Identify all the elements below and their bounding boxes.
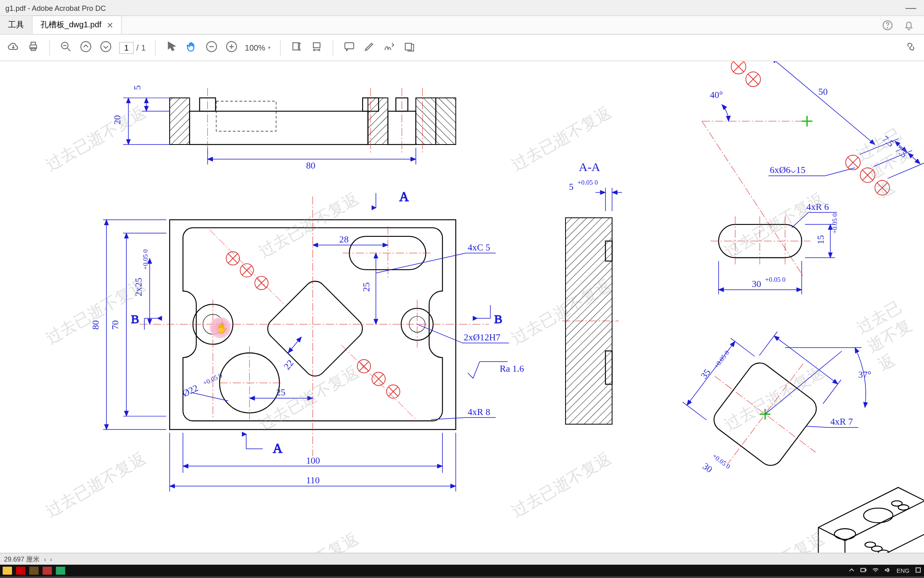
- zoom-out-icon[interactable]: [59, 40, 73, 55]
- svg-text:Ra 1.6: Ra 1.6: [500, 363, 524, 374]
- svg-text:30: 30: [752, 279, 761, 289]
- svg-rect-42: [263, 277, 367, 381]
- svg-text:80: 80: [90, 320, 101, 330]
- svg-text:6xØ6⌵15: 6xØ6⌵15: [770, 165, 805, 175]
- svg-line-103: [376, 253, 466, 273]
- tray-lang[interactable]: ENG: [896, 567, 909, 574]
- hand-tool-icon[interactable]: [185, 40, 198, 55]
- file-tabs: 工具 孔槽板_dwg1.pdf ✕: [0, 16, 924, 35]
- svg-line-179: [683, 402, 707, 420]
- tab-home[interactable]: 工具: [0, 16, 32, 34]
- app-title: g1.pdf - Adobe Acrobat Pro DC: [5, 4, 106, 12]
- svg-point-7: [101, 42, 111, 52]
- tab-file[interactable]: 孔槽板_dwg1.pdf ✕: [32, 15, 122, 34]
- help-icon[interactable]: [881, 19, 894, 34]
- svg-line-129: [668, 121, 837, 275]
- svg-text:+0.05 0: +0.05 0: [831, 214, 839, 234]
- svg-text:70: 70: [110, 320, 120, 330]
- svg-line-58: [341, 345, 416, 419]
- svg-text:15: 15: [815, 235, 826, 244]
- svg-line-155: [792, 212, 808, 228]
- svg-text:80: 80: [306, 160, 315, 171]
- tray-volume-icon[interactable]: [885, 567, 892, 575]
- svg-line-178: [731, 338, 755, 356]
- svg-text:5: 5: [569, 181, 573, 192]
- toolbar: / 1 100% ▾: [0, 35, 924, 61]
- nav-up-icon[interactable]: [79, 40, 92, 55]
- svg-point-190: [863, 508, 893, 523]
- svg-rect-198: [916, 568, 920, 572]
- link-icon[interactable]: [904, 40, 918, 55]
- svg-rect-17: [368, 98, 388, 144]
- taskbar-recorder-icon[interactable]: [43, 567, 52, 575]
- highlight-icon[interactable]: [363, 40, 376, 55]
- tray-notifications-icon[interactable]: [915, 567, 922, 575]
- svg-text:22: 22: [282, 358, 296, 371]
- svg-line-175: [774, 336, 838, 384]
- page-current-input[interactable]: [119, 42, 134, 54]
- svg-text:+0.05 0: +0.05 0: [578, 179, 598, 186]
- zoom-level[interactable]: 100% ▾: [245, 43, 271, 52]
- hand-cursor-icon: ✋: [216, 322, 229, 334]
- svg-rect-13: [405, 43, 411, 50]
- page-width-icon[interactable]: [310, 40, 323, 55]
- zoom-minus-icon[interactable]: [205, 40, 218, 55]
- svg-text:+0.05 0: +0.05 0: [711, 452, 732, 470]
- select-arrow-icon[interactable]: [165, 40, 178, 55]
- svg-text:30: 30: [701, 461, 714, 475]
- svg-text:100: 100: [306, 455, 320, 466]
- svg-text:+0.05 0: +0.05 0: [202, 371, 223, 387]
- svg-line-174: [823, 380, 841, 404]
- svg-text:37°: 37°: [858, 369, 871, 380]
- tab-home-label: 工具: [8, 19, 24, 31]
- svg-point-6: [81, 42, 91, 52]
- svg-text:4xC 5: 4xC 5: [468, 242, 490, 252]
- svg-line-142: [888, 163, 924, 179]
- svg-point-189: [834, 529, 855, 539]
- taskbar-explorer-icon[interactable]: [3, 567, 12, 575]
- print-icon[interactable]: [26, 40, 40, 55]
- svg-text:2x25: 2x25: [133, 278, 144, 296]
- svg-text:20: 20: [112, 115, 122, 124]
- svg-line-184: [765, 337, 842, 428]
- taskbar: ENG: [0, 565, 924, 577]
- svg-line-138: [772, 61, 875, 144]
- stamp-icon[interactable]: [402, 40, 415, 55]
- chevron-down-icon: ▾: [268, 45, 271, 51]
- close-icon[interactable]: ✕: [107, 20, 113, 30]
- window-minimize-icon[interactable]: —: [906, 2, 916, 14]
- sign-icon[interactable]: [382, 40, 395, 55]
- svg-text:4xR 7: 4xR 7: [830, 416, 853, 427]
- svg-text:+0.05 0: +0.05 0: [142, 249, 149, 270]
- comment-icon[interactable]: [342, 40, 356, 55]
- svg-text:A: A: [399, 189, 409, 204]
- svg-line-186: [806, 426, 829, 427]
- svg-text:28: 28: [339, 234, 349, 244]
- taskbar-terminal-icon[interactable]: [56, 567, 65, 575]
- nav-down-icon[interactable]: [99, 40, 112, 55]
- svg-text:7.5: 7.5: [880, 133, 896, 149]
- zoom-plus-icon[interactable]: [225, 40, 238, 55]
- page-sep: /: [136, 43, 139, 52]
- status-chevrons[interactable]: ‹ ›: [42, 556, 52, 563]
- svg-point-1: [887, 28, 888, 28]
- taskbar-nx-icon[interactable]: [29, 567, 38, 575]
- tray-up-icon[interactable]: [849, 567, 855, 575]
- svg-text:A: A: [273, 441, 282, 456]
- bell-icon[interactable]: [903, 19, 915, 34]
- svg-point-192: [898, 505, 909, 510]
- tray-battery-icon[interactable]: [861, 567, 867, 575]
- svg-line-93: [288, 337, 301, 353]
- svg-text:25: 25: [276, 387, 285, 397]
- status-bar: 29.697 厘米 ‹ ›: [0, 553, 924, 565]
- tab-file-label: 孔槽板_dwg1.pdf: [41, 19, 101, 31]
- save-cloud-icon[interactable]: [7, 40, 20, 55]
- page-indicator: / 1: [119, 42, 146, 54]
- tray-wifi-icon[interactable]: [873, 567, 879, 575]
- svg-text:4xR 8: 4xR 8: [468, 407, 490, 417]
- svg-rect-3: [31, 42, 35, 45]
- status-coord: 29.697 厘米: [4, 554, 40, 564]
- taskbar-acrobat-icon[interactable]: [16, 567, 25, 575]
- pdf-canvas[interactable]: 过去已逝不复返 过去已逝不复返 过去已逝不复返 过去已逝不复返 过去已逝不复返 …: [0, 61, 924, 560]
- fit-icon[interactable]: [290, 40, 303, 55]
